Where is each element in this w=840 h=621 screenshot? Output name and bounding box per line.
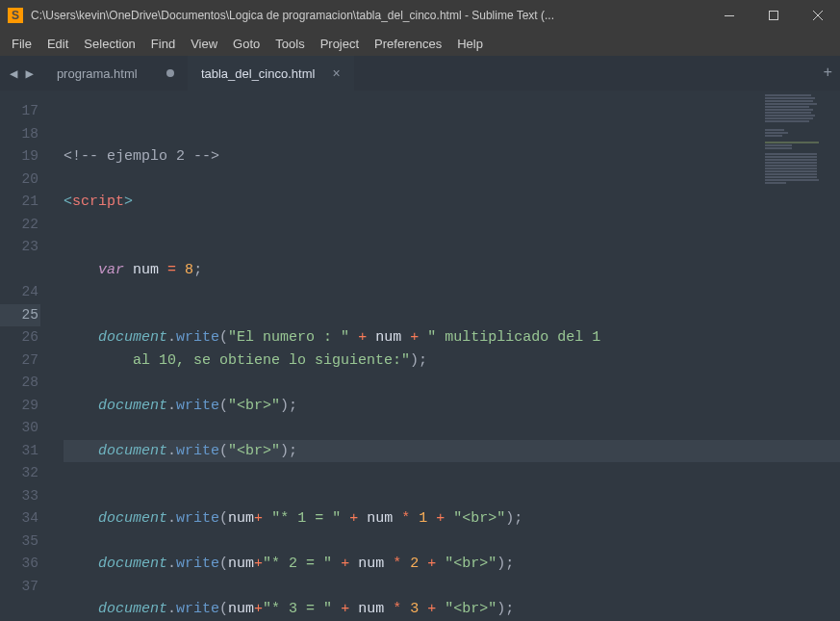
menu-file[interactable]: File <box>4 37 39 51</box>
window-controls <box>707 0 840 31</box>
menu-edit[interactable]: Edit <box>39 37 76 51</box>
line-number: 37 <box>0 576 38 599</box>
tab-label: tabla_del_cinco.html <box>201 66 316 81</box>
svg-rect-1 <box>770 12 778 20</box>
line-number: 25 <box>0 304 40 327</box>
gutter: 1718192021222324252627282930313233343536… <box>0 91 52 621</box>
code-line: <script> <box>64 191 840 214</box>
line-number: 23 <box>0 236 38 281</box>
line-number: 19 <box>0 145 38 168</box>
line-number: 21 <box>0 191 38 214</box>
menu-tools[interactable]: Tools <box>267 37 312 51</box>
line-number: 28 <box>0 372 38 395</box>
menubar: File Edit Selection Find View Goto Tools… <box>0 31 840 56</box>
line-number: 34 <box>0 507 38 530</box>
line-number: 36 <box>0 553 38 576</box>
svg-rect-0 <box>725 15 734 16</box>
code-line: var num = 8; <box>64 259 840 282</box>
titlebar: S C:\Users\kevin\OneDrive\Documentos\Log… <box>0 0 840 31</box>
menu-view[interactable]: View <box>183 37 225 51</box>
close-button[interactable] <box>796 0 840 31</box>
menu-help[interactable]: Help <box>449 37 491 51</box>
line-number: 22 <box>0 214 38 237</box>
editor: 1718192021222324252627282930313233343536… <box>0 91 840 621</box>
line-number: 29 <box>0 395 38 418</box>
tab-programa[interactable]: programa.html <box>43 56 188 91</box>
line-number: 26 <box>0 326 38 349</box>
line-number: 27 <box>0 349 38 373</box>
line-number: 33 <box>0 485 38 508</box>
code-line: document.write(num+"* 2 = " + num * 2 + … <box>64 553 840 576</box>
code-line: document.write("El numero : " + num + " … <box>64 326 840 372</box>
nav-forward-icon[interactable]: ▶ <box>25 65 33 82</box>
nav-back-icon[interactable]: ◀ <box>10 65 17 82</box>
line-number: 35 <box>0 530 38 554</box>
line-number: 20 <box>0 168 38 192</box>
code-line: <!-- ejemplo 2 --> <box>64 145 840 168</box>
tab-nav: ◀ ▶ <box>0 56 43 91</box>
new-tab-button[interactable]: + <box>823 65 832 82</box>
line-number: 32 <box>0 462 38 485</box>
app-icon: S <box>8 8 23 23</box>
menu-preferences[interactable]: Preferences <box>367 37 449 51</box>
code-line: document.write("<br>"); <box>64 395 840 418</box>
code-line: document.write(num+ "* 1 = " + num * 1 +… <box>64 507 840 530</box>
code-line: document.write(num+"* 3 = " + num * 3 + … <box>64 598 840 621</box>
code-area[interactable]: <!-- ejemplo 2 --> <script> var num = 8;… <box>52 91 840 621</box>
menu-goto[interactable]: Goto <box>225 37 267 51</box>
code-line: document.write("<br>"); <box>64 440 840 463</box>
minimap[interactable] <box>765 94 832 185</box>
dirty-indicator-icon <box>166 69 174 77</box>
tab-label: programa.html <box>57 66 149 81</box>
window-title: C:\Users\kevin\OneDrive\Documentos\Logic… <box>31 9 707 22</box>
tabbar: ◀ ▶ programa.html tabla_del_cinco.html ×… <box>0 56 840 91</box>
line-number: 17 <box>0 100 38 123</box>
line-number: 31 <box>0 440 38 463</box>
line-number: 18 <box>0 123 38 146</box>
tab-tabla-del-cinco[interactable]: tabla_del_cinco.html × <box>188 56 354 91</box>
menu-selection[interactable]: Selection <box>76 37 142 51</box>
minimize-button[interactable] <box>707 0 751 31</box>
line-number: 30 <box>0 417 38 440</box>
menu-project[interactable]: Project <box>313 37 367 51</box>
line-number: 24 <box>0 281 38 304</box>
menu-find[interactable]: Find <box>143 37 183 51</box>
maximize-button[interactable] <box>751 0 796 31</box>
close-icon[interactable]: × <box>332 65 340 81</box>
